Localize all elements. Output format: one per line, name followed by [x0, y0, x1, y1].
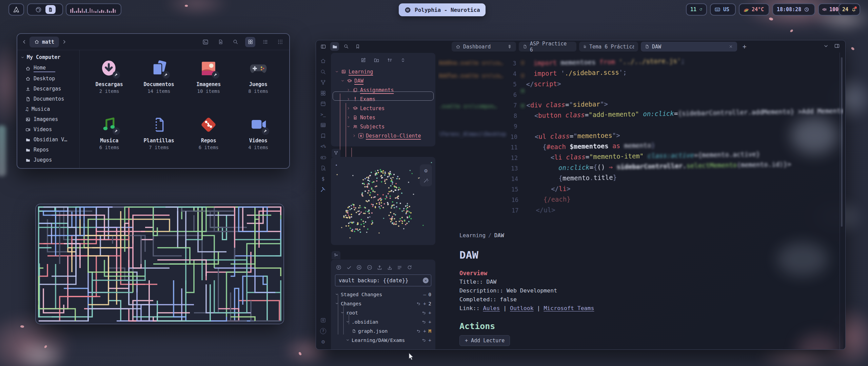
git-row-changes[interactable]: Changes +2	[335, 299, 435, 308]
tree-item-desarrollo-cliente[interactable]: W Desarrollo-Cliente	[334, 131, 433, 140]
link-microsoft-teams[interactable]: Microsoft Teams	[544, 305, 594, 311]
link-aules[interactable]: Aules	[483, 305, 500, 311]
link-outlook[interactable]: Outlook	[510, 305, 534, 311]
location-breadcrumb[interactable]: matt	[29, 37, 59, 47]
stage-icon[interactable]: +	[423, 328, 426, 334]
firefox-icon[interactable]	[35, 6, 42, 13]
grid-view-button[interactable]	[245, 37, 255, 47]
undo-icon[interactable]	[422, 310, 426, 315]
folder-imagenes[interactable]: Imagenes 10 items	[184, 55, 234, 111]
graph-wand-icon[interactable]	[423, 178, 429, 183]
sidebar-item-desktop[interactable]: Desktop	[21, 74, 76, 84]
note-breadcrumb[interactable]: Learning/DAW	[459, 232, 830, 239]
currency-ribbon-icon[interactable]: $	[321, 176, 324, 182]
folder-repos[interactable]: Repos 6 items	[184, 111, 234, 167]
stage-icon[interactable]: +	[423, 301, 426, 306]
gamepad-ribbon-icon[interactable]	[320, 154, 327, 161]
undo-icon[interactable]	[416, 329, 421, 333]
sidebar-item-musica[interactable]: ♫Musica	[21, 104, 76, 114]
folder-documentos[interactable]: Documentos 14 items	[134, 55, 184, 111]
folder-juegos[interactable]: Juegos 8 items	[234, 55, 283, 111]
tree-item-notes[interactable]: Notes	[334, 113, 433, 122]
home-ribbon-icon[interactable]	[320, 58, 326, 64]
tab-tema-6-practicas[interactable]: Tema 6 Prácticas -…	[579, 42, 638, 52]
pin-icon[interactable]	[507, 44, 512, 49]
toggle-right-sidebar-icon[interactable]	[834, 43, 840, 50]
add-lecture-button[interactable]: + Add Lecture	[459, 335, 510, 346]
calendar-ribbon-icon[interactable]	[320, 101, 326, 107]
commit-icon[interactable]	[346, 265, 352, 270]
sidebar-item-documentos[interactable]: Documentos	[21, 94, 76, 104]
sidebar-item-home[interactable]: Home	[21, 63, 76, 74]
tray-keyboard-pill[interactable]: US	[710, 3, 736, 16]
commit-message-input[interactable]	[335, 274, 431, 286]
folder-videos[interactable]: Videos 4 items	[234, 111, 283, 167]
git-row-learning-daw-exams[interactable]: Learning/DAW/Exams +	[335, 336, 435, 345]
tree-item-daw[interactable]: DAW	[334, 76, 433, 85]
music-player-pill[interactable]: Polyphia - Neurotica	[399, 3, 486, 16]
active-app-chip[interactable]	[45, 5, 56, 14]
collapse-all-icon[interactable]	[400, 57, 406, 63]
sidebar-item-repos[interactable]: Repos	[21, 145, 76, 155]
sidebar-item-descargas[interactable]: Descargas	[21, 84, 76, 94]
sidebar-item-juegos[interactable]: Juegos	[21, 155, 76, 165]
tray-weather-pill[interactable]: 24°C	[739, 3, 769, 16]
folder-descargas[interactable]: Descargas 2 items	[84, 55, 134, 111]
graph-panel-tab-icon[interactable]	[332, 149, 340, 157]
open-terminal-button[interactable]	[200, 37, 211, 47]
close-icon[interactable]	[729, 44, 733, 49]
sidebar-item-obsidian-vault[interactable]: Obsidian V…	[21, 135, 76, 145]
git-panel-tab-icon[interactable]	[332, 251, 340, 259]
vault-switcher-icon[interactable]	[320, 317, 326, 323]
new-tab-button[interactable]: +	[743, 43, 746, 50]
search-tab-icon[interactable]	[342, 42, 351, 51]
folder-musica[interactable]: Musica 6 items	[84, 111, 134, 167]
undo-icon[interactable]	[422, 320, 426, 324]
terminal-ribbon-icon[interactable]: >_	[320, 111, 326, 118]
stage-icon[interactable]: +	[429, 319, 431, 325]
forward-button[interactable]	[61, 39, 67, 45]
sidebar-root[interactable]: My Computer	[21, 54, 76, 60]
layout-list-icon[interactable]	[397, 265, 402, 270]
tray-updates-pill[interactable]: 11	[686, 3, 707, 16]
files-tab-icon[interactable]	[330, 42, 339, 51]
tree-item-lectures[interactable]: Lectures	[334, 104, 433, 113]
search-ribbon-icon[interactable]	[320, 69, 326, 75]
stage-all-icon[interactable]	[356, 264, 362, 270]
tools-ribbon-icon[interactable]	[320, 186, 326, 192]
help-icon[interactable]: ?	[320, 328, 326, 334]
git-row-root[interactable]: root +	[335, 308, 435, 317]
table-ribbon-icon[interactable]	[320, 122, 326, 128]
tree-item-subjects[interactable]: Subjects	[334, 122, 433, 131]
stage-icon[interactable]: +	[429, 338, 431, 343]
graph-ribbon-icon[interactable]	[320, 79, 326, 85]
editor-scrollbar[interactable]	[841, 57, 843, 227]
tab-asp-practice-6[interactable]: ASP Practice 6	[519, 42, 576, 52]
editor-pane[interactable]: AddOne.svelte src\co…U AddTwo.svelte src…	[438, 53, 843, 349]
new-file-button[interactable]	[215, 37, 225, 47]
new-note-icon[interactable]	[360, 57, 366, 63]
clear-commit-message-icon[interactable]: ✕	[423, 278, 429, 283]
folder-plantillas[interactable]: Plantillas 7 items	[134, 111, 184, 167]
git-row-graph-json[interactable]: graph.json +M	[335, 326, 435, 336]
undo-icon[interactable]	[416, 301, 421, 306]
file-search-ribbon-icon[interactable]	[320, 165, 326, 171]
graph-settings-gear-icon[interactable]: ⚙	[424, 167, 428, 174]
search-button[interactable]	[230, 37, 240, 47]
git-row-staged-changes[interactable]: Staged Changes —0	[335, 290, 435, 299]
tray-bell-pill[interactable]: 24	[839, 3, 860, 16]
launcher-pill[interactable]	[8, 3, 24, 16]
code-ribbon-icon[interactable]: <%	[320, 143, 326, 149]
back-button[interactable]	[21, 39, 27, 45]
compact-view-button[interactable]	[275, 37, 285, 47]
tab-list-chevron-icon[interactable]	[823, 43, 829, 50]
sidebar-item-imagenes[interactable]: Imagenes	[21, 114, 76, 124]
new-folder-icon[interactable]	[374, 57, 379, 63]
stage-icon[interactable]: +	[429, 310, 431, 316]
layout-grid-ribbon-icon[interactable]	[320, 90, 326, 96]
discard-icon[interactable]: —	[423, 292, 426, 297]
toggle-left-sidebar-icon[interactable]	[319, 42, 328, 51]
tray-clock-pill[interactable]: 18:08:28	[772, 3, 815, 16]
sidebar-item-videos[interactable]: Videos	[21, 124, 76, 135]
book-ribbon-icon[interactable]	[320, 133, 326, 139]
